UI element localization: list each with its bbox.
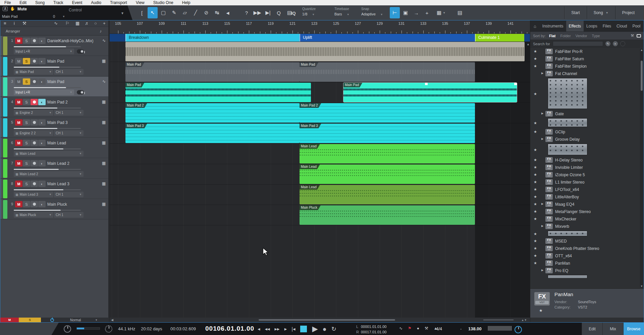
expand-arrow-icon[interactable]: ▶: [541, 269, 543, 272]
plugin-item[interactable]: ★FXVSTLittleAlterBoy: [530, 193, 644, 201]
solo-button[interactable]: S: [23, 99, 30, 105]
favorite-star-icon[interactable]: ★: [534, 246, 537, 251]
hscroll-thumb[interactable]: [259, 319, 395, 321]
flag-icon[interactable]: ⚐: [65, 21, 69, 26]
control-value[interactable]: 0: [53, 14, 55, 18]
power-icon[interactable]: [50, 318, 54, 322]
favorite-star-icon[interactable]: ★: [534, 202, 537, 206]
tab-transient-icon[interactable]: ▶|: [263, 7, 273, 18]
favorite-star-icon[interactable]: ★: [534, 57, 537, 61]
channel-dropdown[interactable]: CH 1▼: [54, 192, 84, 197]
plugin-item[interactable]: ★FXVSTGClip: [530, 128, 644, 136]
horizontal-scrollbar[interactable]: ◀ ▴▾: [110, 318, 530, 322]
tab-instruments[interactable]: Instruments: [540, 21, 566, 31]
grid-settings-icon[interactable]: ▦▼: [436, 7, 446, 18]
favorite-star-icon[interactable]: ★: [534, 64, 537, 68]
scroll-left-icon[interactable]: ◀: [111, 318, 113, 322]
plugin-item[interactable]: ▶FXVSTFat Channel: [530, 70, 644, 77]
solo-button[interactable]: S: [23, 58, 30, 64]
menu-item-file[interactable]: File: [0, 0, 15, 5]
favorite-star-icon[interactable]: ★: [534, 187, 537, 192]
favorite-star-icon[interactable]: ★: [534, 130, 537, 134]
clip-main-pad-3[interactable]: Main Pad 3: [125, 124, 300, 143]
monitor-button[interactable]: ◐: [38, 160, 46, 166]
plugin-item[interactable]: ★FXVSTFabFilter Saturn: [530, 55, 644, 63]
favorite-star-icon[interactable]: ★: [534, 92, 537, 96]
arrangement[interactable]: 1051071091111131151171191211231251271291…: [110, 20, 530, 322]
timeline-ruler[interactable]: 1051071091111131151171191211231251271291…: [110, 20, 530, 34]
menu-item-event[interactable]: Event: [68, 0, 87, 5]
track-grab-edge[interactable]: [0, 56, 2, 76]
menu-item-view[interactable]: View: [131, 0, 149, 5]
track-row-5[interactable]: 5MS◐Main Pad 3▦▦Engine 2 2▼CH 1▼: [0, 118, 108, 138]
inspector-icon[interactable]: i: [14, 21, 15, 26]
track-grab-edge[interactable]: [0, 138, 2, 158]
clip-main-pad[interactable]: Main Pad: [343, 83, 517, 102]
track-row-9[interactable]: 9MS◐Main Pluck▦▦Main Pluck▼CH 1▼: [0, 199, 108, 219]
expand-arrow-icon[interactable]: ▶: [541, 112, 543, 115]
plugin-thumbnail[interactable]: [548, 118, 587, 127]
scroll-up-icon[interactable]: ▲: [527, 43, 530, 46]
sort-option-type[interactable]: Type: [592, 34, 600, 38]
channel-dropdown[interactable]: CH 1▼: [54, 212, 84, 218]
tab-files[interactable]: Files: [600, 21, 614, 31]
channel-dropdown[interactable]: CH 1▼: [54, 110, 84, 116]
track-mode-dropdown-icon[interactable]: ▼: [95, 319, 98, 322]
help-tool[interactable]: ?: [241, 7, 252, 18]
track-grab-edge[interactable]: [0, 158, 2, 178]
return-to-start-icon[interactable]: |◂: [291, 326, 295, 332]
tempo-value[interactable]: 138.00: [468, 326, 482, 331]
scroll-down-arrow-icon[interactable]: ▼: [640, 285, 643, 288]
plugin-item[interactable]: ★FXVSTMetaFlanger Stereo: [530, 208, 644, 215]
monitor-button[interactable]: ◐: [38, 119, 46, 126]
monitor-button[interactable]: ◐: [38, 140, 46, 146]
split-tool[interactable]: ╱: [191, 7, 201, 18]
snap-relative-icon[interactable]: +: [422, 7, 432, 18]
plugin-item[interactable]: ★FXVSTLFOTool_x64: [530, 186, 644, 193]
search-input[interactable]: [553, 41, 603, 46]
wrench-icon[interactable]: ⚒: [22, 21, 26, 26]
add-track-icon[interactable]: +: [103, 21, 106, 26]
midi-activity-knob[interactable]: [64, 325, 71, 333]
start-bracket-icon[interactable]: [: [137, 7, 147, 18]
arrow-tool[interactable]: ↖: [148, 7, 158, 18]
clip-main-pad-2[interactable]: Main Pad 2: [125, 103, 300, 123]
mute-button[interactable]: M: [15, 140, 22, 146]
volume-slider[interactable]: [14, 169, 81, 170]
list-icon[interactable]: ≡: [4, 21, 6, 26]
solo-button[interactable]: S: [23, 78, 30, 85]
arranger-note-icon[interactable]: ♪: [100, 29, 102, 34]
plugin-item[interactable]: ★FXVSTMSED: [530, 238, 644, 245]
solo-button[interactable]: S: [23, 38, 30, 44]
tab-effects[interactable]: Effects: [566, 21, 584, 31]
tempo-curve-icon[interactable]: ∿: [399, 326, 402, 331]
clip-main-pad-2[interactable]: Main Pad 2: [300, 103, 475, 123]
record-arm-button[interactable]: [31, 201, 38, 207]
eraser-tool[interactable]: ▱: [180, 7, 190, 18]
mute-button[interactable]: M: [15, 99, 22, 105]
record-arm-button[interactable]: [31, 119, 38, 126]
instrument-dropdown[interactable]: ▦Main Pluck▼: [14, 212, 53, 218]
mute-button[interactable]: M: [15, 78, 22, 85]
favorite-star-icon[interactable]: ★: [534, 195, 537, 199]
plugin-item[interactable]: ★FXVSTOTT_x64: [530, 252, 644, 260]
record-arm-button[interactable]: [31, 160, 38, 166]
volume-slider[interactable]: [14, 46, 81, 47]
stereo-toggle[interactable]: [77, 90, 84, 94]
zoom-slider[interactable]: [483, 320, 514, 320]
video-icon[interactable]: ▤: [455, 7, 465, 18]
marker-culminate-1[interactable]: Culminate 1: [475, 34, 524, 42]
time-signature-value[interactable]: 4/4: [436, 326, 442, 331]
sort-option-folder[interactable]: Folder: [560, 34, 571, 38]
record-button[interactable]: ●: [323, 325, 327, 333]
plugin-item[interactable]: ★FXVSTFabFilter Simplon: [530, 63, 644, 70]
solo-button[interactable]: S: [23, 140, 30, 146]
mute-button[interactable]: M: [15, 201, 22, 207]
solo-button[interactable]: S: [23, 119, 30, 126]
input-dropdown[interactable]: Input L+R▼: [14, 89, 74, 95]
hand-icon[interactable]: ✋: [10, 6, 15, 11]
mute-button[interactable]: M: [15, 119, 22, 126]
plugin-item[interactable]: ★FXVSTiZotope Ozone 5: [530, 171, 644, 179]
auto-scroll-icon[interactable]: A: [3, 7, 8, 11]
mute-button[interactable]: M: [15, 160, 22, 166]
